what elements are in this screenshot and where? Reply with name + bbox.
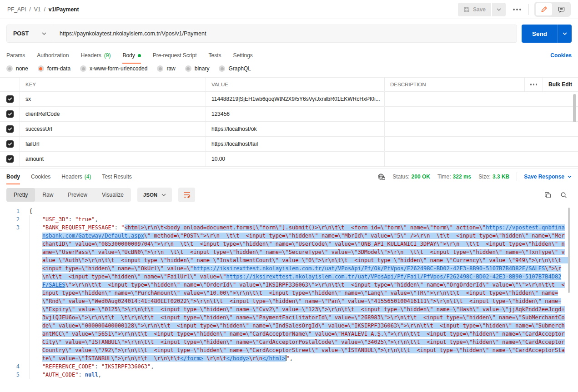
comments-toggle[interactable] (553, 3, 569, 15)
response-tab-label: Body (6, 174, 20, 180)
response-tab-test-results[interactable]: Test Results (102, 169, 131, 184)
view-tab-pretty[interactable]: Pretty (6, 188, 35, 202)
table-scrollbar[interactable] (573, 94, 576, 122)
tab-pre-request-script[interactable]: Pre-request Script (153, 47, 197, 64)
tab-tests[interactable]: Tests (208, 47, 221, 64)
body-mode-graphql[interactable]: GraphQL (219, 65, 251, 72)
description-cell[interactable] (384, 137, 578, 151)
form-table-body: sx114488219|SjEH1wb6qoqWtN2X9/5Y6sVy/Jxn… (0, 92, 578, 167)
description-cell[interactable] (384, 122, 578, 136)
code-token: : (69, 216, 75, 223)
tab-settings[interactable]: Settings (233, 47, 253, 64)
save-response-button[interactable]: Save Response (517, 172, 572, 181)
breadcrumb-folder[interactable]: V1 (34, 6, 41, 13)
key-cell[interactable]: amount (20, 152, 206, 166)
send-button[interactable]: Send (522, 25, 558, 43)
code-token: \">\r\n\t\t <input type=\"hidden\" name=… (42, 282, 565, 362)
response-format-selector[interactable]: JSON (137, 188, 172, 202)
code-link[interactable]: https://iksirexttest.nkolayislem.com.tr/… (193, 265, 545, 272)
tab-authorization[interactable]: Authorization (37, 47, 69, 64)
wrap-text-button[interactable] (178, 188, 195, 202)
description-cell[interactable] (384, 152, 578, 166)
checkmark-icon (8, 97, 12, 101)
response-header-bar: BodyCookiesHeaders(4)Test Results Status… (0, 169, 578, 184)
response-tab-label: Test Results (102, 174, 131, 180)
response-tab-cookies[interactable]: Cookies (31, 169, 50, 184)
send-dropdown-button[interactable] (558, 25, 572, 43)
description-cell[interactable] (384, 107, 578, 121)
bulk-edit-button[interactable]: Bulk Edit (543, 78, 578, 91)
line-number: 2 (0, 215, 20, 223)
code-token: null (85, 372, 98, 378)
body-mode-none[interactable]: none (6, 65, 28, 72)
radio-icon (80, 65, 86, 72)
code-token: \r\n\t (203, 355, 226, 362)
code-link[interactable]: </html> (262, 355, 286, 362)
table-row: failUrlhttps://localhost/fail (0, 137, 578, 152)
save-dropdown-button[interactable] (492, 3, 506, 16)
response-tab-headers[interactable]: Headers(4) (61, 169, 91, 184)
code-link[interactable]: </body> (226, 355, 249, 362)
search-response-button[interactable] (560, 192, 567, 198)
body-mode-form-data[interactable]: form-data (38, 65, 70, 72)
tab-headers[interactable]: Headers(9) (80, 47, 111, 64)
save-button[interactable]: Save (458, 3, 491, 16)
code-token: , (95, 216, 98, 223)
code-line: 4"REFERENCE_CODE": "IKSIRPF336063", (0, 362, 578, 371)
view-tab-raw[interactable]: Raw (35, 188, 60, 202)
globe-lock-icon (377, 173, 385, 180)
value-cell[interactable]: https://localhost/ok (206, 122, 384, 136)
key-cell[interactable]: successUrl (20, 122, 206, 136)
response-scrollbar[interactable] (568, 208, 570, 293)
table-row: amount10.00 (0, 152, 578, 167)
checkmark-icon (8, 157, 12, 161)
body-mode-binary[interactable]: binary (185, 65, 210, 72)
key-cell[interactable]: sx (20, 92, 206, 106)
form-table-header: KEY VALUE DESCRIPTION Bulk Edit (0, 78, 578, 92)
row-checkbox[interactable] (6, 140, 14, 148)
chevron-down-icon (42, 32, 46, 35)
table-options-button[interactable] (524, 78, 543, 91)
response-body-editor[interactable]: 1{2"USE_3D": "true",3"BANK_REQUEST_MESSA… (0, 206, 578, 392)
value-cell[interactable]: https://localhost/fail (206, 137, 384, 151)
body-mode-x-www-form-urlencoded[interactable]: x-www-form-urlencoded (80, 65, 147, 72)
row-checkbox[interactable] (6, 125, 14, 133)
value-cell[interactable]: 10.00 (206, 152, 384, 166)
url-input[interactable]: https://paynkolaytest.nkolayislem.com.tr… (53, 25, 517, 42)
view-tab-visualize[interactable]: Visualize (95, 188, 131, 202)
body-mode-raw[interactable]: raw (157, 65, 175, 72)
meta-label: Status: (392, 174, 409, 180)
line-content: { (29, 207, 578, 215)
code-token: { (29, 208, 32, 214)
row-checkbox[interactable] (6, 110, 14, 118)
method-selector[interactable]: POST (7, 25, 53, 42)
chevron-down-icon (497, 8, 501, 11)
key-cell[interactable]: clientRefCode (20, 107, 206, 121)
breadcrumb-collection[interactable]: PF_API (7, 6, 26, 13)
radio-icon (38, 65, 44, 72)
copy-response-button[interactable] (544, 192, 551, 198)
code-link[interactable]: </form> (180, 355, 203, 362)
line-content: "USE_3D": "true", (29, 215, 578, 223)
row-checkbox[interactable] (6, 95, 14, 103)
value-cell[interactable]: 114488219|SjEH1wb6qoqWtN2X9/5Y6sVy/Jxnil… (206, 92, 384, 106)
response-tab-body[interactable]: Body (6, 169, 20, 184)
line-number: 3 (0, 223, 20, 362)
more-options-button[interactable] (511, 5, 523, 14)
documentation-edit-toggle[interactable] (536, 3, 552, 15)
value-cell[interactable]: 123456 (206, 107, 384, 121)
code-token: "IKSIRPF336063" (101, 363, 151, 370)
row-checkbox[interactable] (6, 155, 14, 163)
view-tab-preview[interactable]: Preview (60, 188, 95, 202)
description-cell[interactable] (384, 92, 578, 106)
tab-label: Settings (233, 52, 253, 59)
body-mode-label: GraphQL (228, 65, 251, 72)
tab-body[interactable]: Body (122, 47, 141, 64)
key-cell[interactable]: failUrl (20, 137, 206, 151)
cookies-link[interactable]: Cookies (550, 52, 572, 59)
meta-label: Time: (437, 174, 451, 180)
search-icon (560, 192, 567, 198)
tab-params[interactable]: Params (6, 47, 25, 64)
line-content: "AUTH_CODE": null, (29, 371, 578, 379)
code-token: "true" (75, 216, 95, 223)
